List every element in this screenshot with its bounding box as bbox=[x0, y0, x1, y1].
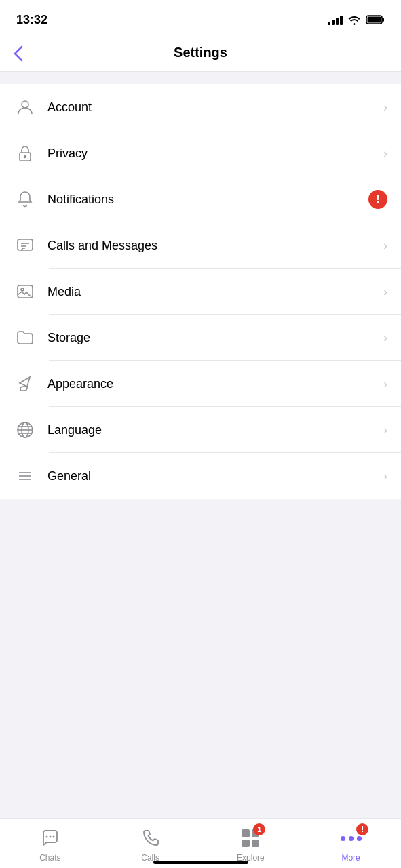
notifications-right: ! bbox=[368, 190, 387, 209]
notifications-badge: ! bbox=[368, 190, 387, 209]
calls-messages-label: Calls and Messages bbox=[47, 239, 383, 253]
section-gap bbox=[0, 72, 401, 84]
general-right: › bbox=[383, 469, 387, 484]
tab-calls[interactable]: Calls bbox=[100, 826, 201, 863]
privacy-right: › bbox=[383, 146, 387, 161]
more-icon bbox=[341, 836, 362, 841]
chevron-icon: › bbox=[383, 239, 387, 253]
svg-point-21 bbox=[52, 836, 54, 838]
settings-item-calls-messages[interactable]: Calls and Messages › bbox=[0, 222, 401, 269]
settings-item-language[interactable]: Language › bbox=[0, 407, 401, 453]
chevron-icon: › bbox=[383, 100, 387, 115]
header: Settings bbox=[0, 35, 401, 72]
storage-right: › bbox=[383, 331, 387, 345]
calls-icon bbox=[140, 828, 161, 848]
storage-label: Storage bbox=[47, 331, 383, 345]
explore-icon-wrap: 1 bbox=[238, 826, 263, 850]
folder-icon bbox=[14, 326, 37, 349]
language-right: › bbox=[383, 423, 387, 437]
chevron-icon: › bbox=[383, 377, 387, 391]
svg-point-19 bbox=[45, 836, 47, 838]
privacy-label: Privacy bbox=[47, 146, 383, 161]
chevron-icon: › bbox=[383, 146, 387, 161]
media-label: Media bbox=[47, 285, 383, 299]
settings-item-notifications[interactable]: Notifications ! bbox=[0, 176, 401, 222]
more-badge: ! bbox=[356, 823, 368, 835]
status-icons bbox=[328, 14, 385, 25]
lines-icon bbox=[14, 465, 37, 488]
language-label: Language bbox=[47, 423, 383, 437]
image-icon bbox=[14, 280, 37, 303]
more-tab-label: More bbox=[341, 853, 360, 863]
chevron-icon: › bbox=[383, 423, 387, 437]
chats-icon bbox=[40, 828, 60, 848]
settings-item-appearance[interactable]: Appearance › bbox=[0, 361, 401, 407]
back-button[interactable] bbox=[11, 43, 26, 64]
status-time: 13:32 bbox=[16, 13, 47, 27]
lock-icon bbox=[14, 142, 37, 165]
globe-icon bbox=[14, 418, 37, 441]
tab-chats[interactable]: Chats bbox=[0, 826, 100, 863]
appearance-right: › bbox=[383, 377, 387, 391]
settings-item-general[interactable]: General › bbox=[0, 453, 401, 499]
svg-rect-1 bbox=[382, 18, 384, 22]
chevron-icon: › bbox=[383, 331, 387, 345]
settings-item-privacy[interactable]: Privacy › bbox=[0, 130, 401, 176]
status-bar: 13:32 bbox=[0, 0, 401, 35]
svg-point-20 bbox=[49, 836, 51, 838]
chevron-icon: › bbox=[383, 285, 387, 299]
account-label: Account bbox=[47, 100, 383, 115]
settings-list: Account › Privacy › Notifications ! bbox=[0, 84, 401, 499]
settings-item-media[interactable]: Media › bbox=[0, 269, 401, 315]
notifications-label: Notifications bbox=[47, 193, 368, 207]
general-label: General bbox=[47, 469, 383, 484]
chats-tab-label: Chats bbox=[39, 853, 60, 863]
svg-point-3 bbox=[22, 101, 28, 108]
battery-icon bbox=[366, 14, 385, 25]
bell-icon bbox=[14, 188, 37, 211]
settings-item-account[interactable]: Account › bbox=[0, 84, 401, 130]
settings-item-storage[interactable]: Storage › bbox=[0, 315, 401, 361]
calls-messages-right: › bbox=[383, 239, 387, 253]
more-icon-wrap: ! bbox=[339, 826, 363, 850]
content-area bbox=[0, 499, 401, 730]
home-indicator bbox=[153, 861, 248, 864]
explore-badge: 1 bbox=[253, 823, 265, 835]
account-right: › bbox=[383, 100, 387, 115]
brush-icon bbox=[14, 372, 37, 395]
calls-icon-wrap bbox=[138, 826, 163, 850]
media-right: › bbox=[383, 285, 387, 299]
tab-explore[interactable]: 1 Explore bbox=[201, 826, 301, 863]
signal-icon bbox=[328, 14, 343, 25]
page-title: Settings bbox=[174, 45, 227, 60]
svg-point-5 bbox=[24, 156, 26, 158]
chats-icon-wrap bbox=[38, 826, 62, 850]
person-icon bbox=[14, 96, 37, 119]
tab-more[interactable]: ! More bbox=[301, 826, 401, 863]
svg-rect-2 bbox=[368, 17, 381, 23]
appearance-label: Appearance bbox=[47, 377, 383, 391]
chevron-icon: › bbox=[383, 469, 387, 484]
message-icon bbox=[14, 234, 37, 257]
svg-point-10 bbox=[21, 288, 24, 291]
wifi-icon bbox=[347, 14, 361, 25]
